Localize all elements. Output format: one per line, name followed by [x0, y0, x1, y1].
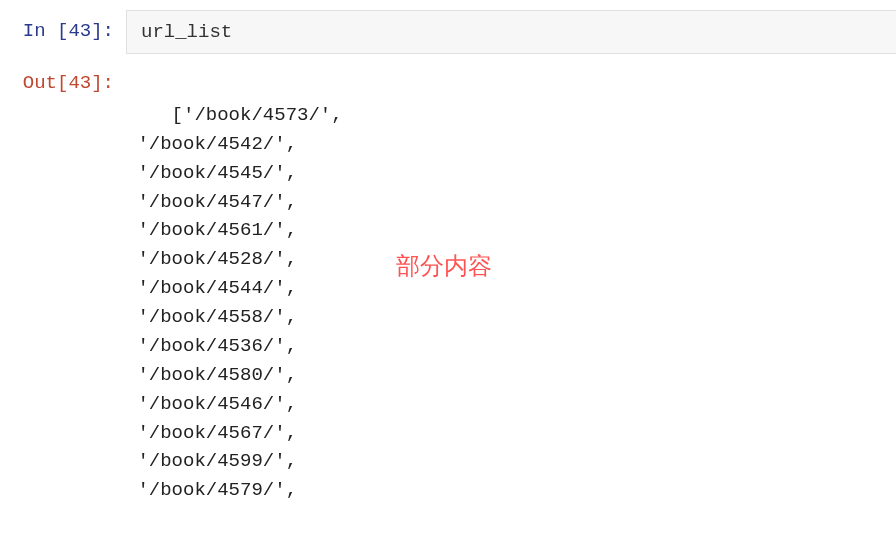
code-input[interactable]: url_list: [126, 10, 896, 54]
output-text: ['/book/4573/', '/book/4542/', '/book/45…: [126, 104, 343, 501]
code-text: url_list: [141, 21, 232, 43]
annotation-label: 部分内容: [396, 248, 492, 284]
output-prompt-label: Out[43]:: [23, 72, 114, 94]
input-cell: In [43]: url_list: [0, 10, 896, 54]
input-prompt: In [43]:: [0, 10, 126, 42]
input-prompt-label: In [43]:: [23, 20, 114, 42]
output-prompt: Out[43]:: [0, 62, 126, 94]
output-cell: Out[43]: ['/book/4573/', '/book/4542/', …: [0, 62, 896, 558]
output-area: ['/book/4573/', '/book/4542/', '/book/45…: [126, 62, 896, 558]
